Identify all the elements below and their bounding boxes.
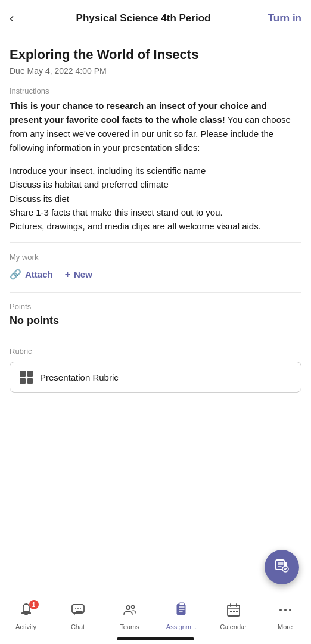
bottom-nav: 1 Activity Chat xyxy=(0,595,311,644)
svg-point-5 xyxy=(80,608,81,609)
assignments-icon xyxy=(174,602,189,621)
rubric-card[interactable]: Presentation Rubric xyxy=(10,362,301,393)
divider-3 xyxy=(10,337,301,337)
instructions-body: This is your chance to research an insec… xyxy=(10,99,301,154)
divider-1 xyxy=(10,242,301,243)
rubric-grid-icon xyxy=(20,371,33,384)
svg-point-16 xyxy=(289,609,291,611)
svg-point-7 xyxy=(131,606,134,609)
bullet-item-1: Introduce your insect, including its sci… xyxy=(10,164,301,178)
assignment-title: Exploring the World of Insects xyxy=(10,47,301,63)
new-button[interactable]: + New xyxy=(65,267,92,282)
fab-icon xyxy=(274,558,290,577)
svg-point-15 xyxy=(284,609,287,611)
grid-cell-1 xyxy=(20,371,26,377)
svg-rect-11 xyxy=(230,611,232,612)
calendar-icon-wrap xyxy=(226,602,241,621)
header-title: Physical Science 4th Period xyxy=(18,13,268,24)
points-value: No points xyxy=(10,315,301,327)
back-button[interactable]: ‹ xyxy=(10,8,18,29)
my-work-actions: 🔗 Attach + New xyxy=(10,266,301,282)
more-label: More xyxy=(278,623,293,630)
rubric-card-title: Presentation Rubric xyxy=(40,372,119,382)
nav-item-activity[interactable]: 1 Activity xyxy=(5,600,47,633)
attach-icon: 🔗 xyxy=(10,269,21,280)
bullet-item-4: Share 1-3 facts that make this insect st… xyxy=(10,206,301,219)
nav-item-more[interactable]: More xyxy=(265,600,306,633)
more-icon xyxy=(278,602,293,621)
header: ‹ Physical Science 4th Period Turn in xyxy=(0,0,311,35)
assignments-label: Assignm... xyxy=(166,623,197,630)
svg-rect-13 xyxy=(236,611,238,612)
more-icon-wrap xyxy=(278,602,293,621)
calendar-label: Calendar xyxy=(220,623,247,630)
svg-rect-9 xyxy=(179,603,184,605)
turnin-button[interactable]: Turn in xyxy=(268,13,301,24)
grid-cell-2 xyxy=(27,371,33,377)
fab-button[interactable] xyxy=(265,550,299,584)
teams-icon xyxy=(122,602,138,621)
svg-point-4 xyxy=(77,608,79,609)
home-indicator xyxy=(117,637,194,640)
bullet-item-3: Discuss its diet xyxy=(10,192,301,206)
chat-label: Chat xyxy=(71,623,85,630)
svg-point-3 xyxy=(75,608,76,609)
grid-cell-4 xyxy=(27,378,33,384)
nav-item-assignments[interactable]: Assignm... xyxy=(161,600,203,633)
nav-item-teams[interactable]: Teams xyxy=(109,600,151,633)
teams-icon-wrap xyxy=(122,602,138,621)
svg-point-14 xyxy=(279,609,282,611)
chat-icon-wrap xyxy=(70,602,86,621)
assignments-icon-wrap xyxy=(174,602,189,621)
due-date: Due May 4, 2022 4:00 PM xyxy=(10,66,301,76)
points-section: Points No points xyxy=(10,302,301,327)
calendar-icon xyxy=(226,602,241,621)
activity-label: Activity xyxy=(15,623,36,630)
my-work-section: My work 🔗 Attach + New xyxy=(10,253,301,282)
main-content: Exploring the World of Insects Due May 4… xyxy=(0,35,311,409)
nav-items: 1 Activity Chat xyxy=(0,600,311,633)
instructions-label: Instructions xyxy=(10,86,301,95)
plus-icon: + xyxy=(65,269,70,280)
activity-badge: 1 xyxy=(29,600,39,609)
points-label: Points xyxy=(10,302,301,311)
bullet-item-5: Pictures, drawings, and media clips are … xyxy=(10,219,301,233)
teams-label: Teams xyxy=(120,623,139,630)
activity-icon-wrap: 1 xyxy=(18,602,34,621)
divider-2 xyxy=(10,292,301,293)
rubric-label: Rubric xyxy=(10,347,301,356)
svg-rect-12 xyxy=(233,611,235,612)
bullet-item-2: Discuss its habitat and preferred climat… xyxy=(10,178,301,191)
nav-item-chat[interactable]: Chat xyxy=(57,600,99,633)
nav-item-calendar[interactable]: Calendar xyxy=(213,600,254,633)
my-work-label: My work xyxy=(10,253,301,262)
attach-label: Attach xyxy=(25,269,53,279)
chat-icon xyxy=(70,602,86,621)
bullet-list: Introduce your insect, including its sci… xyxy=(10,164,301,233)
svg-point-6 xyxy=(126,606,130,609)
new-label: New xyxy=(74,269,92,279)
grid-cell-3 xyxy=(20,378,26,384)
attach-button[interactable]: 🔗 Attach xyxy=(10,266,53,282)
rubric-section: Rubric Presentation Rubric xyxy=(10,347,301,393)
